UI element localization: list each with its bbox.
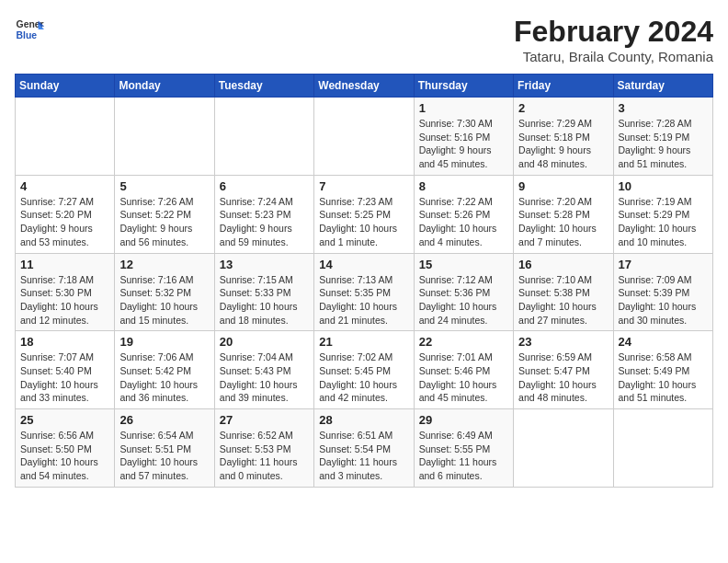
weekday-header-thursday: Thursday bbox=[414, 75, 513, 98]
logo-icon: General Blue bbox=[15, 15, 44, 44]
day-number: 24 bbox=[619, 335, 708, 349]
day-info: Sunrise: 7:04 AMSunset: 5:43 PMDaylight:… bbox=[220, 350, 309, 405]
calendar-cell: 21Sunrise: 7:02 AMSunset: 5:45 PMDayligh… bbox=[314, 331, 414, 409]
calendar-week-row: 18Sunrise: 7:07 AMSunset: 5:40 PMDayligh… bbox=[16, 331, 713, 409]
day-number: 20 bbox=[220, 335, 309, 349]
calendar-cell: 10Sunrise: 7:19 AMSunset: 5:29 PMDayligh… bbox=[613, 175, 712, 253]
day-info: Sunrise: 6:58 AMSunset: 5:49 PMDaylight:… bbox=[619, 350, 708, 405]
svg-text:Blue: Blue bbox=[17, 30, 38, 40]
day-number: 9 bbox=[518, 179, 608, 193]
day-info: Sunrise: 6:51 AMSunset: 5:54 PMDaylight:… bbox=[319, 429, 408, 483]
calendar-cell: 28Sunrise: 6:51 AMSunset: 5:54 PMDayligh… bbox=[314, 409, 414, 488]
calendar-cell: 16Sunrise: 7:10 AMSunset: 5:38 PMDayligh… bbox=[514, 253, 613, 331]
day-info: Sunrise: 7:10 AMSunset: 5:38 PMDaylight:… bbox=[518, 273, 608, 327]
day-info: Sunrise: 7:07 AMSunset: 5:40 PMDaylight:… bbox=[20, 350, 109, 405]
day-number: 16 bbox=[518, 258, 608, 271]
calendar-cell: 27Sunrise: 6:52 AMSunset: 5:53 PMDayligh… bbox=[214, 409, 313, 488]
calendar-cell: 12Sunrise: 7:16 AMSunset: 5:32 PMDayligh… bbox=[115, 253, 214, 331]
day-info: Sunrise: 6:59 AMSunset: 5:47 PMDaylight:… bbox=[518, 350, 608, 405]
weekday-header-row: SundayMondayTuesdayWednesdayThursdayFrid… bbox=[16, 75, 713, 98]
day-number: 21 bbox=[319, 335, 408, 349]
calendar-cell: 24Sunrise: 6:58 AMSunset: 5:49 PMDayligh… bbox=[613, 331, 712, 409]
calendar-cell: 13Sunrise: 7:15 AMSunset: 5:33 PMDayligh… bbox=[214, 253, 313, 331]
day-number: 14 bbox=[319, 258, 408, 271]
day-info: Sunrise: 7:06 AMSunset: 5:42 PMDaylight:… bbox=[119, 350, 209, 405]
weekday-header-tuesday: Tuesday bbox=[214, 75, 313, 98]
calendar-cell: 14Sunrise: 7:13 AMSunset: 5:35 PMDayligh… bbox=[314, 253, 414, 331]
calendar-cell: 11Sunrise: 7:18 AMSunset: 5:30 PMDayligh… bbox=[16, 253, 115, 331]
day-number: 29 bbox=[419, 413, 508, 427]
day-number: 8 bbox=[419, 179, 508, 193]
calendar-cell: 6Sunrise: 7:24 AMSunset: 5:23 PMDaylight… bbox=[214, 175, 313, 253]
day-number: 26 bbox=[119, 413, 209, 427]
day-number: 17 bbox=[619, 258, 708, 271]
calendar-cell bbox=[613, 409, 712, 488]
day-info: Sunrise: 7:15 AMSunset: 5:33 PMDaylight:… bbox=[220, 273, 309, 327]
calendar-cell: 9Sunrise: 7:20 AMSunset: 5:28 PMDaylight… bbox=[514, 175, 613, 253]
day-info: Sunrise: 7:16 AMSunset: 5:32 PMDaylight:… bbox=[119, 273, 209, 327]
day-info: Sunrise: 7:20 AMSunset: 5:28 PMDaylight:… bbox=[518, 195, 608, 249]
calendar-title-area: February 2024 Tataru, Braila County, Rom… bbox=[514, 15, 713, 64]
calendar-cell: 20Sunrise: 7:04 AMSunset: 5:43 PMDayligh… bbox=[214, 331, 313, 409]
day-info: Sunrise: 7:22 AMSunset: 5:26 PMDaylight:… bbox=[419, 195, 508, 249]
day-number: 15 bbox=[419, 258, 508, 271]
weekday-header-saturday: Saturday bbox=[613, 75, 712, 98]
day-info: Sunrise: 7:28 AMSunset: 5:19 PMDaylight:… bbox=[619, 117, 708, 171]
calendar-cell bbox=[514, 409, 613, 488]
day-number: 28 bbox=[319, 413, 408, 427]
calendar-cell: 29Sunrise: 6:49 AMSunset: 5:55 PMDayligh… bbox=[414, 409, 513, 488]
weekday-header-sunday: Sunday bbox=[16, 75, 115, 98]
day-info: Sunrise: 6:52 AMSunset: 5:53 PMDaylight:… bbox=[220, 429, 309, 483]
day-info: Sunrise: 7:30 AMSunset: 5:16 PMDaylight:… bbox=[419, 117, 508, 171]
day-number: 4 bbox=[20, 179, 109, 193]
calendar-cell: 8Sunrise: 7:22 AMSunset: 5:26 PMDaylight… bbox=[414, 175, 513, 253]
day-number: 13 bbox=[220, 258, 309, 271]
calendar-cell bbox=[214, 98, 313, 176]
day-number: 27 bbox=[220, 413, 309, 427]
day-number: 1 bbox=[419, 101, 508, 115]
logo: General Blue bbox=[15, 15, 44, 44]
calendar-week-row: 25Sunrise: 6:56 AMSunset: 5:50 PMDayligh… bbox=[16, 409, 713, 488]
day-info: Sunrise: 7:18 AMSunset: 5:30 PMDaylight:… bbox=[20, 273, 109, 327]
day-info: Sunrise: 7:26 AMSunset: 5:22 PMDaylight:… bbox=[119, 195, 209, 249]
day-number: 25 bbox=[20, 413, 109, 427]
calendar-cell: 3Sunrise: 7:28 AMSunset: 5:19 PMDaylight… bbox=[613, 98, 712, 176]
day-info: Sunrise: 7:19 AMSunset: 5:29 PMDaylight:… bbox=[619, 195, 708, 249]
day-info: Sunrise: 6:56 AMSunset: 5:50 PMDaylight:… bbox=[20, 429, 109, 483]
calendar-cell bbox=[115, 98, 214, 176]
day-number: 11 bbox=[20, 258, 109, 271]
day-info: Sunrise: 7:13 AMSunset: 5:35 PMDaylight:… bbox=[319, 273, 408, 327]
calendar-cell: 15Sunrise: 7:12 AMSunset: 5:36 PMDayligh… bbox=[414, 253, 513, 331]
calendar-cell: 25Sunrise: 6:56 AMSunset: 5:50 PMDayligh… bbox=[16, 409, 115, 488]
calendar-subtitle: Tataru, Braila County, Romania bbox=[514, 49, 713, 64]
calendar-cell: 19Sunrise: 7:06 AMSunset: 5:42 PMDayligh… bbox=[115, 331, 214, 409]
day-number: 12 bbox=[119, 258, 209, 271]
day-info: Sunrise: 7:12 AMSunset: 5:36 PMDaylight:… bbox=[419, 273, 508, 327]
day-info: Sunrise: 7:02 AMSunset: 5:45 PMDaylight:… bbox=[319, 350, 408, 405]
calendar-cell: 17Sunrise: 7:09 AMSunset: 5:39 PMDayligh… bbox=[613, 253, 712, 331]
weekday-header-monday: Monday bbox=[115, 75, 214, 98]
calendar-cell: 22Sunrise: 7:01 AMSunset: 5:46 PMDayligh… bbox=[414, 331, 513, 409]
calendar-week-row: 1Sunrise: 7:30 AMSunset: 5:16 PMDaylight… bbox=[16, 98, 713, 176]
calendar-cell: 18Sunrise: 7:07 AMSunset: 5:40 PMDayligh… bbox=[16, 331, 115, 409]
day-info: Sunrise: 6:49 AMSunset: 5:55 PMDaylight:… bbox=[419, 429, 508, 483]
calendar-cell: 26Sunrise: 6:54 AMSunset: 5:51 PMDayligh… bbox=[115, 409, 214, 488]
calendar-cell: 4Sunrise: 7:27 AMSunset: 5:20 PMDaylight… bbox=[16, 175, 115, 253]
day-number: 22 bbox=[419, 335, 508, 349]
day-info: Sunrise: 7:09 AMSunset: 5:39 PMDaylight:… bbox=[619, 273, 708, 327]
calendar-cell: 5Sunrise: 7:26 AMSunset: 5:22 PMDaylight… bbox=[115, 175, 214, 253]
calendar-cell bbox=[314, 98, 414, 176]
calendar-cell: 1Sunrise: 7:30 AMSunset: 5:16 PMDaylight… bbox=[414, 98, 513, 176]
day-info: Sunrise: 6:54 AMSunset: 5:51 PMDaylight:… bbox=[119, 429, 209, 483]
day-number: 10 bbox=[619, 179, 708, 193]
calendar-cell bbox=[16, 98, 115, 176]
calendar-title: February 2024 bbox=[514, 15, 713, 49]
weekday-header-wednesday: Wednesday bbox=[314, 75, 414, 98]
day-info: Sunrise: 7:23 AMSunset: 5:25 PMDaylight:… bbox=[319, 195, 408, 249]
calendar-cell: 7Sunrise: 7:23 AMSunset: 5:25 PMDaylight… bbox=[314, 175, 414, 253]
day-number: 3 bbox=[619, 101, 708, 115]
calendar-table: SundayMondayTuesdayWednesdayThursdayFrid… bbox=[15, 74, 713, 488]
day-number: 23 bbox=[518, 335, 608, 349]
calendar-week-row: 11Sunrise: 7:18 AMSunset: 5:30 PMDayligh… bbox=[16, 253, 713, 331]
day-info: Sunrise: 7:24 AMSunset: 5:23 PMDaylight:… bbox=[220, 195, 309, 249]
